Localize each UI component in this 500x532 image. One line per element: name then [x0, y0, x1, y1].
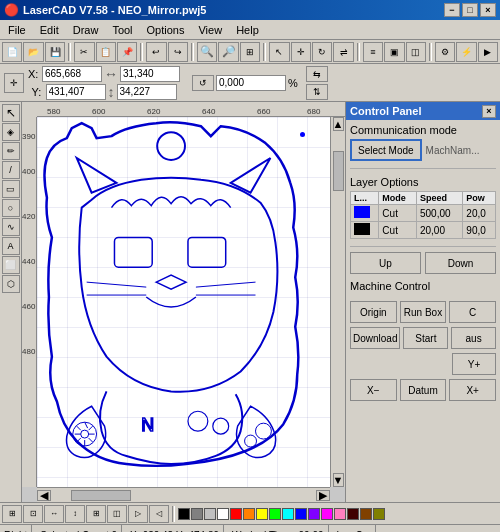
scroll-down-button[interactable]: ▼: [333, 473, 344, 487]
up-button[interactable]: Up: [350, 252, 421, 274]
color-darkred[interactable]: [347, 508, 359, 520]
flip-h-button[interactable]: ⇆: [306, 66, 328, 82]
bt-btn-1[interactable]: ⊞: [2, 505, 22, 523]
mirror-button[interactable]: ⇌: [333, 42, 353, 62]
bt-btn-5[interactable]: ⊞: [86, 505, 106, 523]
bt-btn-4[interactable]: ↕: [65, 505, 85, 523]
scroll-right-button[interactable]: ▶: [316, 490, 330, 501]
color-red[interactable]: [230, 508, 242, 520]
menu-file[interactable]: File: [2, 22, 32, 38]
x-plus-button[interactable]: X+: [449, 379, 496, 401]
minimize-button[interactable]: −: [444, 3, 460, 17]
down-button[interactable]: Down: [425, 252, 496, 274]
x-minus-button[interactable]: X−: [350, 379, 397, 401]
redo-button[interactable]: ↪: [168, 42, 188, 62]
rotate-button[interactable]: ↻: [312, 42, 332, 62]
pen-tool[interactable]: ✏: [2, 142, 20, 160]
color-brown[interactable]: [360, 508, 372, 520]
canvas-drawing-area[interactable]: N: [37, 117, 330, 487]
ungroup-button[interactable]: ◫: [406, 42, 426, 62]
y-input[interactable]: [46, 84, 106, 100]
color-black[interactable]: [178, 508, 190, 520]
move-button[interactable]: ✛: [291, 42, 311, 62]
angle-input[interactable]: [216, 75, 286, 91]
color-gray[interactable]: [191, 508, 203, 520]
start-button[interactable]: Start: [403, 327, 448, 349]
zoom-fit-button[interactable]: ⊞: [240, 42, 260, 62]
scrollbar-horizontal[interactable]: ◀ ▶: [37, 487, 330, 502]
scrollbar-vertical[interactable]: ▲ ▼: [330, 117, 345, 487]
color-pink[interactable]: [334, 508, 346, 520]
color-white[interactable]: [217, 508, 229, 520]
pointer-tool[interactable]: ↖: [2, 104, 20, 122]
color-green[interactable]: [269, 508, 281, 520]
menu-tool[interactable]: Tool: [106, 22, 138, 38]
datum-button[interactable]: Datum: [400, 379, 447, 401]
c-button[interactable]: C: [449, 301, 496, 323]
bt-btn-6[interactable]: ◫: [107, 505, 127, 523]
rect-tool[interactable]: ▭: [2, 180, 20, 198]
menu-help[interactable]: Help: [230, 22, 265, 38]
scroll-h-thumb[interactable]: [71, 490, 131, 501]
copy-button[interactable]: 📋: [96, 42, 116, 62]
scroll-left-button[interactable]: ◀: [37, 490, 51, 501]
color-blue[interactable]: [295, 508, 307, 520]
group-button[interactable]: ▣: [384, 42, 404, 62]
menu-edit[interactable]: Edit: [34, 22, 65, 38]
open-button[interactable]: 📂: [23, 42, 43, 62]
zoom-out-button[interactable]: 🔎: [218, 42, 238, 62]
menu-options[interactable]: Options: [141, 22, 191, 38]
color-silver[interactable]: [204, 508, 216, 520]
height-input[interactable]: [117, 84, 177, 100]
cut-button[interactable]: ✂: [74, 42, 94, 62]
select-mode-button[interactable]: Select Mode: [350, 139, 422, 161]
download-button[interactable]: Download: [350, 327, 400, 349]
run-box-button[interactable]: Run Box: [400, 301, 447, 323]
undo-button[interactable]: ↩: [146, 42, 166, 62]
origin-button[interactable]: Origin: [350, 301, 397, 323]
layer-row-0[interactable]: Cut 500,00 20,0: [351, 205, 496, 222]
maximize-button[interactable]: □: [462, 3, 478, 17]
settings-button[interactable]: ⚙: [435, 42, 455, 62]
color-orange[interactable]: [243, 508, 255, 520]
x-input[interactable]: [42, 66, 102, 82]
cp-close-button[interactable]: ×: [482, 105, 496, 118]
laser-button[interactable]: ⚡: [456, 42, 476, 62]
color-cyan[interactable]: [282, 508, 294, 520]
zoom-in-button[interactable]: 🔍: [197, 42, 217, 62]
menu-view[interactable]: View: [192, 22, 228, 38]
run-button[interactable]: ▶: [478, 42, 498, 62]
scroll-v-thumb[interactable]: [333, 151, 344, 191]
new-button[interactable]: 📄: [2, 42, 22, 62]
flip-v-button[interactable]: ⇅: [306, 84, 328, 100]
y-plus-button[interactable]: Y+: [452, 353, 496, 375]
color-yellow[interactable]: [256, 508, 268, 520]
scroll-up-button[interactable]: ▲: [333, 117, 344, 131]
canvas-area[interactable]: 580 600 620 640 660 680 390 400 420 440 …: [22, 102, 345, 502]
layer-row-1[interactable]: Cut 20,00 90,0: [351, 222, 496, 239]
color-purple[interactable]: [308, 508, 320, 520]
line-tool[interactable]: /: [2, 161, 20, 179]
align-button[interactable]: ≡: [363, 42, 383, 62]
circle-tool[interactable]: ○: [2, 199, 20, 217]
color-olive[interactable]: [373, 508, 385, 520]
image-tool[interactable]: ⬜: [2, 256, 20, 274]
paste-button[interactable]: 📌: [117, 42, 137, 62]
bezier-tool[interactable]: ∿: [2, 218, 20, 236]
color-magenta[interactable]: [321, 508, 333, 520]
bt-btn-7[interactable]: ▷: [128, 505, 148, 523]
aus-button[interactable]: aus: [451, 327, 496, 349]
polygon-tool[interactable]: ⬡: [2, 275, 20, 293]
bt-btn-8[interactable]: ◁: [149, 505, 169, 523]
save-button[interactable]: 💾: [45, 42, 65, 62]
close-button[interactable]: ×: [480, 3, 496, 17]
width-input[interactable]: [120, 66, 180, 82]
bt-btn-3[interactable]: ↔: [44, 505, 64, 523]
bt-btn-2[interactable]: ⊡: [23, 505, 43, 523]
node-tool[interactable]: ◈: [2, 123, 20, 141]
reset-angle-button[interactable]: ↺: [192, 75, 214, 91]
text-tool[interactable]: A: [2, 237, 20, 255]
menu-draw[interactable]: Draw: [67, 22, 105, 38]
select-button[interactable]: ↖: [269, 42, 289, 62]
drawing-canvas[interactable]: N: [37, 117, 330, 487]
